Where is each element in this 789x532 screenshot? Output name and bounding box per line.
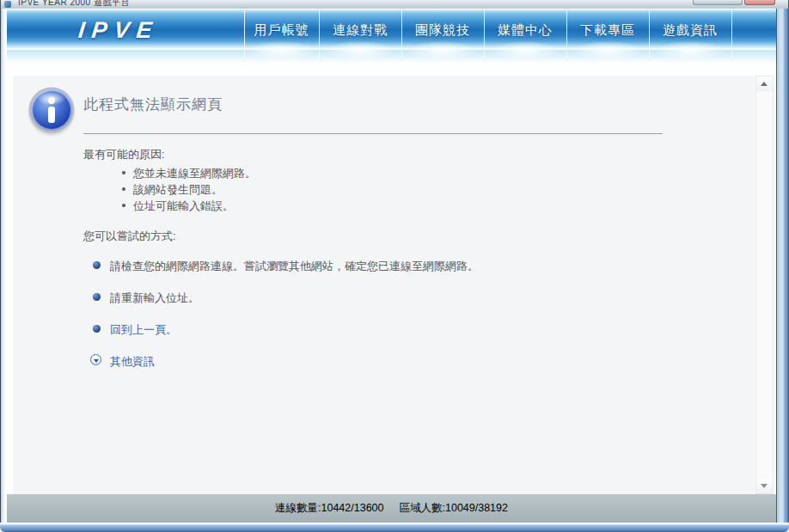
scroll-down-arrow-icon (761, 484, 768, 488)
titlebar[interactable]: IPVE YEAR 2000 遊戲平台 (0, 0, 789, 9)
nav-item-team-compete[interactable]: 團隊競技 (401, 9, 484, 50)
bullet-sphere-icon (93, 325, 101, 333)
scroll-down-button[interactable] (756, 479, 773, 493)
scroll-up-arrow-icon (761, 82, 768, 86)
close-button[interactable] (744, 0, 775, 5)
icon-i-stem (48, 107, 55, 123)
link-text[interactable]: 其他資訊 (110, 355, 155, 368)
bullet-dot-icon (122, 171, 125, 174)
browser-error-page: 此程式無法顯示網頁 最有可能的原因: 您並未連線至網際網路。 該網站發生問題。 … (13, 76, 755, 494)
bullet-sphere-icon (93, 293, 101, 301)
bullet-sphere-icon (93, 261, 101, 269)
vertical-scrollbar[interactable] (755, 76, 774, 494)
minimize-maximize-buttons[interactable] (693, 0, 743, 5)
back-to-previous-page-link[interactable]: 回到上一頁。 (110, 322, 177, 338)
window-frame-left (0, 9, 7, 523)
scroll-up-button[interactable] (756, 76, 773, 91)
app-icon (4, 1, 11, 8)
nav-item-downloads[interactable]: 下載專區 (566, 9, 649, 50)
cause-text: 該網站發生問題。 (133, 183, 223, 196)
suggestion-item: 請檢查您的網際網路連線。嘗試瀏覽其他網站，確定您已連線至網際網路。 (110, 259, 479, 274)
info-circle-icon (31, 89, 72, 131)
window-frame-bottom (0, 523, 789, 532)
window-title: IPVE YEAR 2000 遊戲平台 (18, 0, 130, 9)
nav-item-online-battle[interactable]: 連線對戰 (319, 9, 401, 50)
bullet-dot-icon (122, 187, 125, 191)
causes-heading: 最有可能的原因: (83, 147, 165, 162)
nav-separator (731, 10, 732, 62)
cause-item: 您並未連線至網際網路。 (133, 166, 256, 181)
suggestion-item: 請重新輸入位址。 (110, 290, 199, 306)
ipve-logo: IPVE (57, 16, 180, 44)
link-text[interactable]: 回到上一頁。 (110, 323, 177, 336)
bullet-dot-icon (122, 204, 125, 207)
cause-item: 該網站發生問題。 (133, 182, 223, 198)
chevron-down-glyph (94, 359, 99, 363)
navbar-subbar (7, 50, 776, 63)
connection-count: 連線數量:10442/13600 (275, 501, 383, 516)
nav-item-user-account[interactable]: 用戶帳號 (244, 9, 319, 50)
nav-item-media-center[interactable]: 媒體中心 (484, 9, 566, 50)
divider-line (83, 133, 663, 134)
suggestion-text: 請檢查您的網際網路連線。嘗試瀏覽其他網站，確定您已連線至網際網路。 (110, 260, 479, 272)
status-bar: 連線數量:10442/13600 區域人數:10049/38192 (7, 494, 776, 523)
client-area: IPVE 用戶帳號 連線對戰 團隊競技 媒體中心 下載專區 遊戲資訊 此程式無法… (7, 9, 776, 523)
more-information-expander[interactable]: 其他資訊 (110, 354, 155, 370)
navigation-bar: IPVE 用戶帳號 連線對戰 團隊競技 媒體中心 下載專區 遊戲資訊 (7, 9, 776, 63)
application-window: IPVE YEAR 2000 遊戲平台 IPVE 用戶帳號 連線對戰 (0, 0, 789, 532)
cause-text: 您並未連線至網際網路。 (133, 167, 256, 180)
region-count: 區域人數:10049/38192 (400, 501, 508, 516)
error-page-title: 此程式無法顯示網頁 (83, 95, 223, 114)
icon-i-dot (48, 97, 55, 104)
suggestion-text: 請重新輸入位址。 (110, 291, 199, 304)
cause-text: 位址可能輸入錯誤。 (133, 199, 234, 212)
chevron-down-circle-icon[interactable] (90, 354, 101, 365)
window-frame-right (776, 9, 789, 523)
nav-item-game-info[interactable]: 遊戲資訊 (649, 9, 731, 50)
cause-item: 位址可能輸入錯誤。 (133, 199, 234, 214)
suggestions-heading: 您可以嘗試的方式: (83, 229, 176, 244)
